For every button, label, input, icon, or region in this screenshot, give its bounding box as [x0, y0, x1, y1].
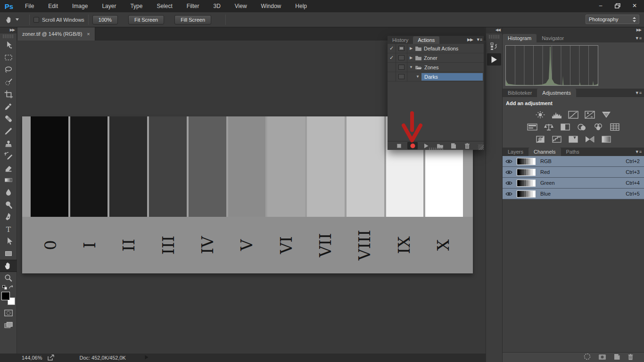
quick-mask-button[interactable]	[0, 307, 17, 319]
include-checkmark[interactable]	[388, 63, 396, 72]
collapse-triangle-icon[interactable]: ▼	[414, 74, 421, 79]
include-checkmark[interactable]	[388, 72, 396, 82]
gradient-map-button[interactable]	[584, 135, 595, 143]
panel-menu-icon[interactable]: ▼≡	[476, 37, 482, 42]
brightness-contrast-button[interactable]	[535, 111, 546, 119]
dialog-toggle[interactable]	[396, 63, 407, 72]
tools-drag-grip[interactable]	[3, 34, 14, 38]
threshold-button[interactable]	[568, 135, 579, 143]
visibility-toggle[interactable]	[503, 170, 515, 174]
tool-clone-stamp[interactable]	[0, 137, 17, 149]
panel-menu-icon[interactable]: ▼≡	[635, 149, 642, 154]
dock-drag-grip[interactable]	[489, 35, 499, 39]
workspace-switcher[interactable]: Photography	[586, 15, 639, 24]
tab-adjustments[interactable]: Adjustments	[537, 89, 576, 97]
dialog-toggle[interactable]	[396, 72, 407, 82]
color-balance-button[interactable]	[543, 123, 554, 131]
invert-button[interactable]	[535, 135, 546, 143]
menu-type[interactable]: Type	[123, 0, 149, 12]
tool-zoom[interactable]	[0, 272, 17, 284]
channel-row-red[interactable]: Red Ctrl+3	[503, 167, 644, 178]
channel-thumbnail[interactable]	[517, 180, 536, 187]
export-button[interactable]	[48, 354, 55, 362]
visibility-toggle[interactable]	[503, 181, 515, 185]
channel-row-green[interactable]: Green Ctrl+4	[503, 178, 644, 189]
tab-biblioteker[interactable]: Biblioteker	[503, 89, 537, 97]
save-selection-button[interactable]	[598, 354, 606, 362]
panel-menu-icon[interactable]: ▼≡	[635, 90, 642, 95]
new-action-button[interactable]	[448, 142, 459, 149]
fill-screen-button[interactable]: Fill Screen	[174, 15, 211, 25]
menu-layer[interactable]: Layer	[95, 0, 123, 12]
history-panel-icon-button[interactable]	[487, 40, 501, 52]
tab-history[interactable]: History	[388, 36, 413, 44]
tool-eyedropper[interactable]	[0, 100, 17, 113]
dialog-toggle[interactable]	[396, 53, 407, 63]
tool-brush[interactable]	[0, 125, 17, 137]
posterize-button[interactable]	[551, 135, 562, 143]
swap-colors-icon[interactable]	[8, 285, 14, 290]
tab-histogram[interactable]: Histogram	[503, 34, 537, 42]
menu-image[interactable]: Image	[65, 0, 95, 12]
tab-layers[interactable]: Layers	[503, 148, 528, 156]
hue-saturation-button[interactable]	[527, 123, 538, 131]
tool-crop[interactable]	[0, 88, 17, 100]
new-channel-button[interactable]	[614, 354, 620, 362]
channel-thumbnail[interactable]	[517, 190, 536, 197]
menu-select[interactable]: Select	[149, 0, 179, 12]
include-checkmark[interactable]: ✓	[388, 44, 396, 53]
dock-collapse-chevron[interactable]: ▶▶	[503, 27, 644, 34]
menu-view[interactable]: View	[228, 0, 254, 12]
menu-edit[interactable]: Edit	[41, 0, 65, 12]
menu-file[interactable]: File	[18, 0, 41, 12]
vibrance-button[interactable]	[601, 111, 612, 119]
dock-expand-chevron[interactable]: ◀◀	[486, 27, 502, 33]
scroll-all-windows-option[interactable]: Scroll All Windows	[33, 17, 84, 23]
exposure-button[interactable]	[584, 111, 595, 119]
tool-history-brush[interactable]	[0, 149, 17, 162]
tool-pen[interactable]	[0, 211, 17, 223]
photo-filter-button[interactable]	[576, 123, 587, 131]
foreground-color-swatch[interactable]	[1, 292, 10, 300]
restore-button[interactable]	[610, 1, 625, 10]
tab-paths[interactable]: Paths	[561, 148, 585, 156]
zoom-level-field[interactable]: 144,06%	[22, 355, 42, 361]
tool-type[interactable]: T	[0, 223, 17, 235]
tool-dodge[interactable]	[0, 198, 17, 211]
scroll-all-windows-checkbox[interactable]	[33, 17, 39, 23]
tool-spot-healing-brush[interactable]	[0, 113, 17, 125]
collapse-triangle-icon[interactable]: ▼	[407, 65, 415, 69]
tool-rectangle[interactable]	[0, 247, 17, 260]
delete-channel-button[interactable]	[627, 354, 634, 362]
close-button[interactable]: ✕	[627, 1, 642, 10]
tab-actions[interactable]: Actions	[413, 36, 439, 44]
load-selection-button[interactable]	[584, 353, 591, 362]
fit-screen-button[interactable]: Fit Screen	[128, 15, 164, 25]
action-set-row[interactable]: ✓ ▶ Zoner	[388, 53, 484, 63]
channel-thumbnail[interactable]	[517, 158, 536, 165]
dialog-toggle[interactable]	[396, 44, 407, 53]
panel-collapse-icon[interactable]: ▶▶	[467, 37, 473, 42]
tool-eraser[interactable]	[0, 162, 17, 174]
tool-hand[interactable]	[0, 260, 17, 272]
zoom-100-button[interactable]: 100%	[92, 15, 118, 25]
panel-resize-handle[interactable]	[478, 144, 484, 150]
doc-size-info[interactable]: Doc: 452,0K/452,0K	[79, 355, 125, 361]
tool-blur[interactable]	[0, 186, 17, 198]
current-tool-indicator[interactable]	[0, 15, 25, 25]
menu-window[interactable]: Window	[254, 0, 289, 12]
selective-color-button[interactable]	[601, 135, 612, 143]
tools-collapse-chevron[interactable]: ▶▶	[0, 27, 17, 33]
channel-thumbnail[interactable]	[517, 169, 536, 176]
levels-button[interactable]	[551, 111, 562, 119]
expand-triangle-icon[interactable]: ▶	[407, 46, 415, 50]
curves-button[interactable]	[568, 111, 579, 119]
visibility-toggle[interactable]	[503, 192, 515, 196]
channel-row-rgb[interactable]: RGB Ctrl+2	[503, 156, 644, 167]
action-row-selected[interactable]: ▼ Darks	[388, 72, 484, 82]
black-and-white-button[interactable]	[560, 123, 571, 131]
tool-move[interactable]	[0, 39, 17, 51]
action-set-row[interactable]: ✓ ▶ Default Actions	[388, 44, 484, 53]
tool-gradient[interactable]	[0, 174, 17, 186]
status-bar-menu-arrow[interactable]	[145, 355, 149, 361]
